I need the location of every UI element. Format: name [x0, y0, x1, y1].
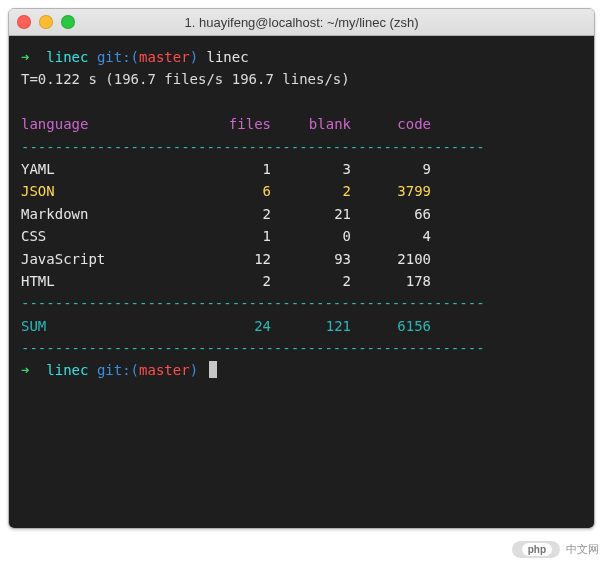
timing-line: T=0.122 s (196.7 files/s 196.7 lines/s): [21, 68, 582, 90]
prompt-folder: linec: [46, 49, 88, 65]
prompt-folder: linec: [46, 362, 88, 378]
cell-code: 9: [351, 158, 431, 180]
titlebar: 1. huayifeng@localhost: ~/my/linec (zsh): [9, 9, 594, 36]
table-header: language files blank code: [21, 113, 582, 135]
terminal-window: 1. huayifeng@localhost: ~/my/linec (zsh)…: [8, 8, 595, 529]
cell-blank: 2: [271, 180, 351, 202]
git-branch: master: [139, 362, 190, 378]
git-close: ): [190, 362, 198, 378]
divider-line: ----------------------------------------…: [21, 337, 582, 359]
cell-files: 1: [191, 158, 271, 180]
cell-code: 4: [351, 225, 431, 247]
cell-files: 2: [191, 270, 271, 292]
watermark-php: php: [522, 543, 552, 556]
table-row: YAML139: [21, 158, 582, 180]
prompt-line-1: ➜ linec git:(master) linec: [21, 46, 582, 68]
col-blank: blank: [271, 113, 351, 135]
prompt-arrow-icon: ➜: [21, 49, 29, 65]
divider-line: ----------------------------------------…: [21, 136, 582, 158]
cell-blank: 93: [271, 248, 351, 270]
cell-blank: 21: [271, 203, 351, 225]
git-label: git:(: [97, 49, 139, 65]
cursor-icon: [209, 361, 217, 378]
cell-language: JSON: [21, 180, 191, 202]
table-row: Markdown22166: [21, 203, 582, 225]
command-text: linec: [207, 49, 249, 65]
traffic-lights: [17, 15, 75, 29]
cell-blank: 3: [271, 158, 351, 180]
zoom-icon[interactable]: [61, 15, 75, 29]
prompt-arrow-icon: ➜: [21, 362, 29, 378]
sum-row: SUM 24 121 6156: [21, 315, 582, 337]
git-close: ): [190, 49, 198, 65]
cell-code: 2100: [351, 248, 431, 270]
cell-language: CSS: [21, 225, 191, 247]
cell-language: HTML: [21, 270, 191, 292]
cell-language: JavaScript: [21, 248, 191, 270]
divider-line: ----------------------------------------…: [21, 292, 582, 314]
window-title: 1. huayifeng@localhost: ~/my/linec (zsh): [17, 15, 586, 30]
cell-code: 66: [351, 203, 431, 225]
col-code: code: [351, 113, 431, 135]
table-row: CSS104: [21, 225, 582, 247]
cell-language: YAML: [21, 158, 191, 180]
col-language: language: [21, 113, 191, 135]
table-row: JavaScript12932100: [21, 248, 582, 270]
sum-code: 6156: [351, 315, 431, 337]
sum-blank: 121: [271, 315, 351, 337]
cell-files: 12: [191, 248, 271, 270]
cell-files: 1: [191, 225, 271, 247]
table-row: JSON623799: [21, 180, 582, 202]
prompt-line-2: ➜ linec git:(master): [21, 359, 582, 381]
sum-label: SUM: [21, 315, 191, 337]
cell-code: 178: [351, 270, 431, 292]
cell-language: Markdown: [21, 203, 191, 225]
watermark-text: 中文网: [566, 542, 599, 557]
cell-files: 6: [191, 180, 271, 202]
terminal-body[interactable]: ➜ linec git:(master) linec T=0.122 s (19…: [9, 36, 594, 528]
table-row: HTML22178: [21, 270, 582, 292]
cell-blank: 2: [271, 270, 351, 292]
cell-code: 3799: [351, 180, 431, 202]
table-rows: YAML139JSON623799Markdown22166CSS104Java…: [21, 158, 582, 292]
cell-files: 2: [191, 203, 271, 225]
git-branch: master: [139, 49, 190, 65]
col-files: files: [191, 113, 271, 135]
watermark: php 中文网: [512, 541, 599, 558]
git-label: git:(: [97, 362, 139, 378]
watermark-pill: php: [512, 541, 560, 558]
close-icon[interactable]: [17, 15, 31, 29]
sum-files: 24: [191, 315, 271, 337]
cell-blank: 0: [271, 225, 351, 247]
minimize-icon[interactable]: [39, 15, 53, 29]
